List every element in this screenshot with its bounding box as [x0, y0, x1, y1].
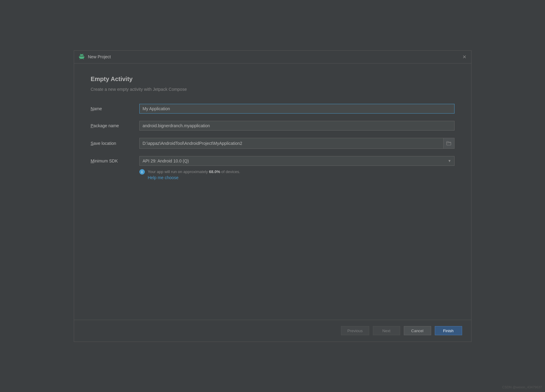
package-name-input-wrap	[139, 121, 455, 131]
name-label: Name	[91, 106, 139, 111]
folder-icon	[446, 141, 451, 145]
minimum-sdk-select-wrap: API 21: Android 5.0 (Lollipop)API 23: An…	[139, 156, 455, 166]
name-input[interactable]	[139, 104, 455, 114]
title-bar: New Project ✕	[74, 51, 471, 63]
close-button[interactable]: ✕	[462, 54, 467, 59]
save-location-input-wrap	[139, 138, 455, 149]
section-description: Create a new empty activity with Jetpack…	[91, 87, 455, 92]
next-button[interactable]: Next	[373, 326, 400, 335]
dialog-content: Empty Activity Create a new empty activi…	[74, 63, 471, 320]
help-me-choose-link[interactable]: Help me choose	[148, 175, 240, 180]
save-location-input[interactable]	[140, 139, 443, 148]
android-icon	[78, 53, 85, 60]
cancel-button[interactable]: Cancel	[404, 326, 431, 335]
package-name-input[interactable]	[139, 121, 455, 131]
minimum-sdk-field-row: Minimum SDK API 21: Android 5.0 (Lollipo…	[91, 156, 455, 166]
dialog-footer: Previous Next Cancel Finish	[74, 320, 471, 342]
sdk-info-row: i Your app will run on approximately 68.…	[139, 169, 455, 180]
minimum-sdk-label: Minimum SDK	[91, 159, 139, 163]
save-location-label: Save location	[91, 141, 139, 146]
package-name-label: Package name	[91, 123, 139, 128]
section-title: Empty Activity	[91, 76, 455, 83]
svg-point-1	[82, 55, 83, 56]
info-icon: i	[139, 169, 145, 175]
title-bar-left: New Project	[78, 53, 111, 60]
finish-button[interactable]: Finish	[435, 326, 462, 335]
minimum-sdk-select[interactable]: API 21: Android 5.0 (Lollipop)API 23: An…	[139, 156, 455, 166]
svg-point-0	[80, 55, 81, 56]
name-field-row: Name	[91, 104, 455, 114]
save-location-input-group	[139, 138, 455, 149]
previous-button[interactable]: Previous	[341, 326, 369, 335]
save-location-field-row: Save location	[91, 138, 455, 149]
dialog-title: New Project	[88, 54, 111, 59]
browse-folder-button[interactable]	[443, 138, 454, 148]
package-name-field-row: Package name	[91, 121, 455, 131]
new-project-dialog: New Project ✕ Empty Activity Create a ne…	[74, 50, 472, 342]
watermark: CSDN @weixin_43479637	[502, 385, 542, 389]
name-input-wrap	[139, 104, 455, 114]
sdk-info-text: Your app will run on approximately 68.0%…	[148, 169, 240, 180]
